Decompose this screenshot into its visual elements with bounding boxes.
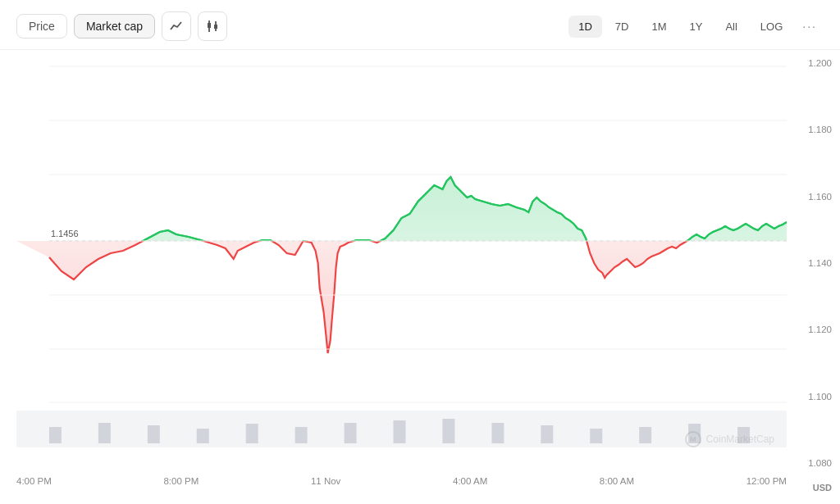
currency-label: USD <box>813 483 832 493</box>
x-label-12pm: 12:00 PM <box>746 476 787 486</box>
line-chart-icon <box>169 19 184 34</box>
y-label-1140: 1.140 <box>787 258 832 268</box>
toolbar-left: Price Market cap <box>16 11 227 41</box>
price-tab[interactable]: Price <box>16 14 67 39</box>
y-label-1120: 1.120 <box>787 325 832 334</box>
1d-button[interactable]: 1D <box>568 16 602 38</box>
more-button[interactable]: ··· <box>796 15 824 38</box>
svg-rect-28 <box>590 429 602 443</box>
7d-button[interactable]: 7D <box>605 16 639 38</box>
log-button[interactable]: LOG <box>751 16 792 38</box>
svg-text:1.1456: 1.1456 <box>51 229 79 238</box>
svg-rect-29 <box>639 427 651 443</box>
svg-rect-27 <box>541 425 553 443</box>
svg-rect-1 <box>208 23 211 28</box>
svg-rect-21 <box>246 424 258 443</box>
svg-rect-17 <box>49 427 62 443</box>
all-button[interactable]: All <box>715 16 746 38</box>
chart-area: 1.1456 1.200 1.180 1.160 1.140 1.120 <box>0 50 840 493</box>
y-label-1100: 1.100 <box>787 392 832 402</box>
y-label-1180: 1.180 <box>787 125 832 134</box>
svg-rect-18 <box>98 423 111 443</box>
svg-rect-26 <box>491 423 504 443</box>
svg-rect-6 <box>16 50 787 241</box>
watermark: M CoinMarketCap <box>685 431 774 447</box>
svg-rect-22 <box>295 427 308 443</box>
x-axis: 4:00 PM 8:00 PM 11 Nov 4:00 AM 8:00 AM 1… <box>16 470 787 493</box>
x-label-4pm: 4:00 PM <box>16 476 52 486</box>
y-label-1200: 1.200 <box>787 58 832 68</box>
svg-rect-25 <box>442 419 454 443</box>
x-label-11nov: 11 Nov <box>311 476 340 486</box>
svg-rect-19 <box>148 425 160 443</box>
x-label-8pm: 8:00 PM <box>163 476 199 486</box>
y-label-1160: 1.160 <box>787 192 832 202</box>
x-label-4am: 4:00 AM <box>453 476 487 486</box>
svg-rect-3 <box>214 25 217 29</box>
market-cap-tab[interactable]: Market cap <box>74 14 155 39</box>
candle-chart-icon <box>205 19 220 34</box>
svg-rect-23 <box>345 423 357 443</box>
toolbar-right: 1D 7D 1M 1Y All LOG ··· <box>568 15 824 38</box>
line-chart-button[interactable] <box>162 11 191 41</box>
y-label-1080: 1.080 <box>787 458 832 468</box>
y-axis: 1.200 1.180 1.160 1.140 1.120 1.100 1.08… <box>787 50 840 493</box>
svg-rect-20 <box>197 429 209 443</box>
watermark-text: CoinMarketCap <box>706 434 774 445</box>
1m-button[interactable]: 1M <box>641 16 676 38</box>
toolbar: Price Market cap 1D 7D 1M 1Y All LOG ··· <box>0 0 840 50</box>
1y-button[interactable]: 1Y <box>680 16 713 38</box>
svg-rect-4 <box>16 50 787 452</box>
candle-chart-button[interactable] <box>198 11 227 41</box>
coinmarketcap-logo: M <box>685 431 701 447</box>
x-label-8am: 8:00 AM <box>600 476 634 486</box>
price-chart: 1.1456 <box>16 50 787 452</box>
svg-rect-24 <box>394 420 406 443</box>
